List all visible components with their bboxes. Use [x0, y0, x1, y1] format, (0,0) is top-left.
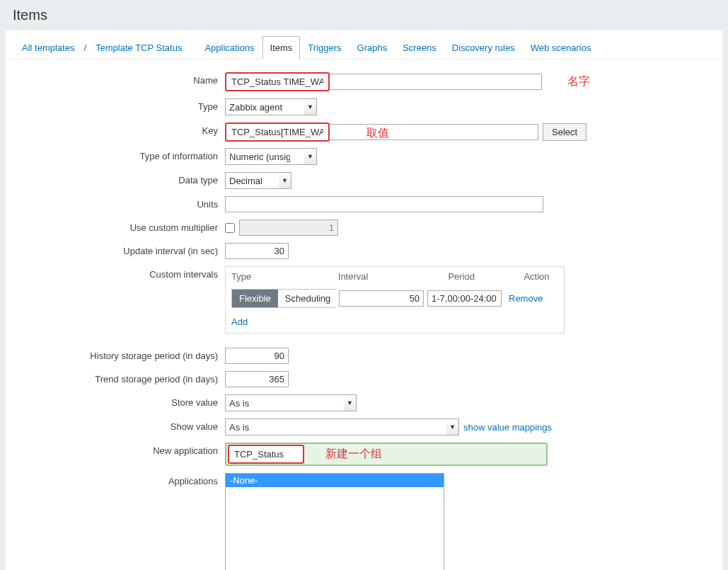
- intervals-header-period: Period: [448, 271, 524, 282]
- history-storage-label: History storage period (in days): [20, 348, 225, 361]
- type-info-label: Type of information: [20, 148, 225, 161]
- chevron-down-icon: ▼: [344, 394, 357, 411]
- app-option-none[interactable]: -None-: [226, 474, 444, 487]
- tab-web-scenarios[interactable]: Web scenarios: [523, 36, 599, 59]
- interval-value-input[interactable]: [339, 290, 424, 307]
- show-value-select[interactable]: As is: [225, 418, 446, 435]
- custom-intervals-label: Custom intervals: [20, 266, 225, 280]
- show-value-mappings-link[interactable]: show value mappings: [463, 422, 552, 433]
- interval-flexible-tab[interactable]: Flexible: [232, 290, 278, 307]
- add-interval-link[interactable]: Add: [231, 317, 248, 327]
- remove-interval-link[interactable]: Remove: [509, 293, 543, 304]
- history-storage-input[interactable]: [225, 348, 289, 364]
- intervals-header-interval: Interval: [338, 271, 449, 282]
- tab-graphs[interactable]: Graphs: [349, 36, 395, 59]
- new-application-highlight: 新建一个组: [225, 443, 548, 466]
- intervals-header-type: Type: [231, 271, 338, 282]
- tab-discovery[interactable]: Discovery rules: [444, 36, 523, 59]
- breadcrumb-separator: /: [82, 37, 88, 59]
- data-type-label: Data type: [20, 172, 225, 186]
- tab-items[interactable]: Items: [262, 36, 301, 59]
- new-application-input-ext[interactable]: [382, 447, 545, 462]
- form-area: Name 名字 Type Zabbix agent ▼ Ke: [6, 59, 722, 570]
- tab-navigation: All templates / Template TCP Status Appl…: [6, 30, 722, 59]
- type-info-select[interactable]: Numeric (unsigned): [225, 148, 304, 165]
- key-label: Key: [20, 122, 225, 136]
- tab-applications[interactable]: Applications: [197, 36, 262, 59]
- store-value-select[interactable]: As is: [225, 394, 344, 411]
- chevron-down-icon: ▼: [304, 98, 317, 115]
- store-value-label: Store value: [20, 394, 225, 408]
- chevron-down-icon: ▼: [304, 148, 317, 165]
- units-label: Units: [20, 196, 225, 210]
- content-wrapper: All templates / Template TCP Status Appl…: [6, 30, 722, 570]
- breadcrumb-all-templates[interactable]: All templates: [14, 36, 82, 59]
- new-application-input[interactable]: [231, 447, 301, 462]
- applications-label: Applications: [20, 473, 225, 486]
- tab-triggers[interactable]: Triggers: [300, 36, 349, 59]
- period-value-input[interactable]: [427, 290, 502, 307]
- show-value-label: Show value: [20, 418, 225, 432]
- chevron-down-icon: ▼: [279, 172, 291, 189]
- multiplier-label: Use custom multiplier: [20, 220, 225, 233]
- trend-storage-input[interactable]: [225, 371, 289, 387]
- breadcrumb-template[interactable]: Template TCP Status: [88, 36, 190, 59]
- trend-storage-label: Trend storage period (in days): [20, 371, 225, 384]
- type-label: Type: [20, 98, 225, 112]
- units-input[interactable]: [225, 196, 543, 212]
- multiplier-input: [239, 220, 338, 236]
- tab-screens[interactable]: Screens: [395, 36, 444, 59]
- name-input[interactable]: [228, 74, 327, 89]
- page-title: Items: [0, 0, 728, 30]
- new-app-annotation: 新建一个组: [325, 447, 382, 462]
- key-annotation-text: 取值: [366, 127, 389, 139]
- update-interval-label: Update interval (in sec): [20, 243, 225, 256]
- key-input[interactable]: [228, 125, 327, 139]
- applications-listbox[interactable]: -None-: [225, 473, 444, 570]
- data-type-select[interactable]: Decimal: [225, 172, 279, 189]
- type-select[interactable]: Zabbix agent: [225, 98, 304, 115]
- name-highlight: [225, 72, 330, 91]
- intervals-header-action: Action: [524, 271, 558, 282]
- chevron-down-icon: ▼: [446, 418, 459, 435]
- interval-scheduling-tab[interactable]: Scheduling: [278, 290, 337, 307]
- name-input-ext[interactable]: [330, 74, 542, 90]
- new-application-label: New application: [20, 443, 225, 456]
- intervals-table: Type Interval Period Action Flexible Sch…: [225, 266, 565, 334]
- key-highlight: [225, 122, 330, 142]
- name-label: Name: [20, 72, 225, 86]
- multiplier-checkbox[interactable]: [225, 223, 235, 233]
- name-annotation: 名字: [567, 74, 590, 89]
- interval-type-toggle: Flexible Scheduling: [231, 289, 335, 308]
- update-interval-input[interactable]: [225, 243, 289, 259]
